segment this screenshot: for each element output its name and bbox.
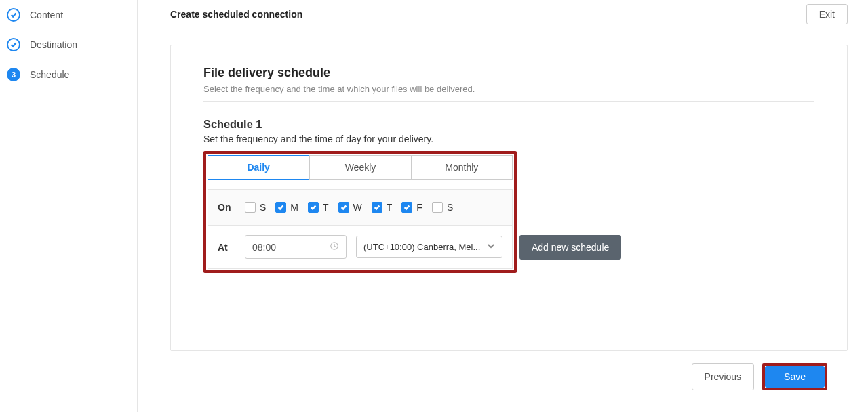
schedule-subtitle: Set the frequency and the time of day fo…: [203, 133, 814, 144]
day-label: M: [290, 202, 298, 213]
schedule-config-highlight: Daily Weekly Monthly On SMTWTFS At 08:00: [203, 151, 517, 273]
clock-icon: [330, 241, 339, 253]
timezone-value: (UTC+10:00) Canberra, Mel...: [363, 242, 480, 252]
day-option-0: S: [245, 202, 266, 213]
tab-daily[interactable]: Daily: [208, 155, 309, 180]
day-option-5: F: [401, 202, 422, 213]
save-highlight: Save: [762, 363, 827, 390]
day-option-6: S: [432, 202, 453, 213]
at-label: At: [218, 242, 235, 253]
step-content[interactable]: Content: [7, 5, 130, 24]
day-label: S: [447, 202, 453, 213]
day-label: S: [260, 202, 266, 213]
day-option-1: M: [275, 202, 298, 213]
step-label: Schedule: [30, 69, 69, 80]
time-input[interactable]: 08:00: [245, 235, 347, 259]
tab-monthly[interactable]: Monthly: [412, 155, 513, 180]
day-option-4: T: [372, 202, 393, 213]
time-selector-row: At 08:00 (UTC+10:00) Canberra, Mel...: [208, 225, 512, 268]
day-label: W: [353, 202, 362, 213]
save-button[interactable]: Save: [765, 366, 825, 388]
check-icon: [7, 8, 20, 22]
day-label: F: [416, 202, 422, 213]
step-connector: [14, 54, 14, 65]
timezone-select[interactable]: (UTC+10:00) Canberra, Mel...: [356, 236, 502, 258]
section-subtitle: Select the frequency and the time at whi…: [203, 84, 814, 94]
add-schedule-button[interactable]: Add new schedule: [519, 235, 621, 260]
step-label: Content: [30, 9, 63, 20]
tab-weekly[interactable]: Weekly: [309, 155, 411, 180]
on-label: On: [218, 202, 235, 213]
chevron-down-icon: [487, 242, 495, 252]
exit-button[interactable]: Exit: [806, 4, 848, 24]
day-checkbox[interactable]: [432, 202, 443, 213]
day-option-2: T: [308, 202, 329, 213]
step-schedule[interactable]: 3 Schedule: [7, 65, 130, 84]
previous-button[interactable]: Previous: [692, 363, 754, 390]
time-value: 08:00: [252, 242, 276, 253]
day-checkbox[interactable]: [338, 202, 349, 213]
day-label: T: [387, 202, 393, 213]
day-checkbox[interactable]: [275, 202, 286, 213]
step-number-icon: 3: [7, 68, 20, 81]
day-label: T: [323, 202, 329, 213]
main-content: Create scheduled connection Exit File de…: [138, 0, 868, 412]
day-checkbox[interactable]: [372, 202, 382, 213]
step-label: Destination: [30, 39, 77, 50]
content-card: File delivery schedule Select the freque…: [170, 45, 848, 351]
day-checkbox[interactable]: [401, 202, 412, 213]
schedule-title: Schedule 1: [203, 118, 814, 131]
wizard-sidebar: Content Destination 3 Schedule: [0, 0, 138, 412]
check-icon: [7, 38, 20, 52]
page-title: Create scheduled connection: [170, 9, 302, 20]
topbar: Create scheduled connection Exit: [138, 0, 868, 28]
footer-actions: Previous Save: [170, 351, 848, 403]
day-selector-row: On SMTWTFS: [208, 190, 512, 225]
schedule-panel: On SMTWTFS At 08:00: [208, 189, 513, 269]
section-title: File delivery schedule: [203, 66, 814, 80]
day-option-3: W: [338, 202, 362, 213]
day-checkbox[interactable]: [308, 202, 319, 213]
frequency-tabs: Daily Weekly Monthly: [208, 155, 513, 180]
step-destination[interactable]: Destination: [7, 35, 130, 54]
step-connector: [14, 24, 14, 35]
divider: [203, 101, 814, 102]
day-checkbox[interactable]: [245, 202, 256, 213]
